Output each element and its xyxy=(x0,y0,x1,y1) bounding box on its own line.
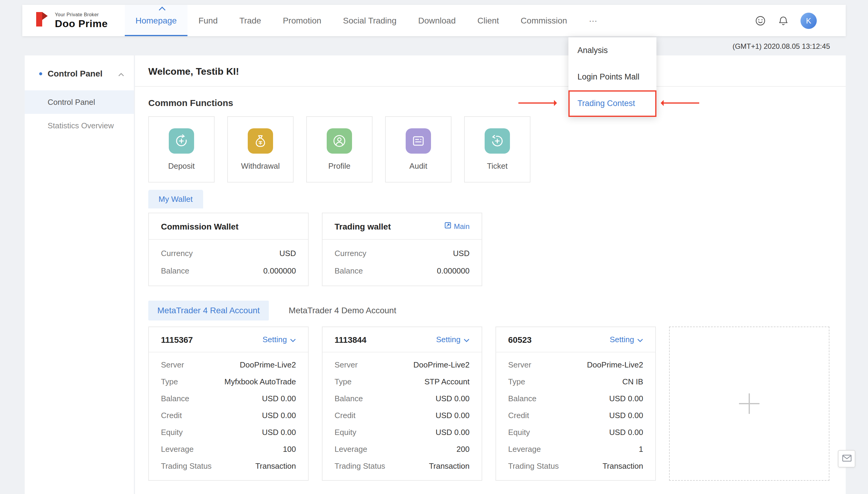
menu-item-trading-contest[interactable]: Trading Contest xyxy=(568,90,657,117)
chevron-up-icon xyxy=(118,68,124,79)
chevron-down-icon xyxy=(290,335,296,344)
mail-contact-button[interactable] xyxy=(838,450,855,468)
language-emoji-icon[interactable] xyxy=(755,15,766,26)
field-value: USD xyxy=(453,249,469,258)
account-field-row: CreditUSD 0.00 xyxy=(322,407,482,423)
function-card-audit[interactable]: Audit xyxy=(385,116,451,183)
nav-item-client[interactable]: Client xyxy=(466,5,510,36)
nav-item-trade[interactable]: Trade xyxy=(228,5,272,36)
nav-item-more-menu[interactable]: ··· xyxy=(578,5,608,36)
function-card-withdrawal[interactable]: Withdrawal xyxy=(227,116,294,183)
field-label: Server xyxy=(508,360,531,369)
account-field-row: ServerDooPrime-Live2 xyxy=(496,356,655,373)
audit-document-icon xyxy=(406,128,431,154)
tab-my-wallet[interactable]: My Wallet xyxy=(148,190,203,208)
field-value: USD 0.00 xyxy=(262,394,296,403)
account-field-row: Leverage1 xyxy=(496,440,655,457)
nav-item-fund[interactable]: Fund xyxy=(187,5,228,36)
sidebar-item-statistics-overview[interactable]: Statistics Overview xyxy=(25,114,134,137)
nav-item-promotion[interactable]: Promotion xyxy=(272,5,332,36)
setting-label: Setting xyxy=(610,335,634,344)
setting-label: Setting xyxy=(436,335,461,344)
account-number: 60523 xyxy=(508,335,532,344)
nav-item-homepage[interactable]: Homepage xyxy=(125,5,187,36)
menu-item-login-points-mall[interactable]: Login Points Mall xyxy=(568,64,657,90)
field-label: Type xyxy=(508,377,525,386)
sidebar-group-control-panel[interactable]: Control Panel xyxy=(25,55,134,90)
bullet-dot-icon xyxy=(39,72,42,75)
field-value: USD 0.00 xyxy=(436,394,469,403)
account-field-row: ServerDooPrime-Live2 xyxy=(322,356,482,373)
account-field-row: ServerDooPrime-Live2 xyxy=(149,356,308,373)
nav-item-download[interactable]: Download xyxy=(407,5,466,36)
account-card-1115367: 1115367 Setting ServerDooPrime-Live2 Typ… xyxy=(148,326,309,481)
field-label: Leverage xyxy=(161,444,193,453)
field-value: STP Account xyxy=(424,377,469,386)
account-number: 1115367 xyxy=(161,335,193,344)
function-label: Withdrawal xyxy=(241,162,280,170)
setting-dropdown[interactable]: Setting xyxy=(262,335,296,344)
main-panel: Welcome, Testib KI! Common Functions Dep… xyxy=(135,55,846,494)
field-value: Transaction xyxy=(603,461,643,470)
menu-item-analysis[interactable]: Analysis xyxy=(568,37,657,64)
account-card-60523: 60523 Setting ServerDooPrime-Live2 TypeC… xyxy=(496,326,656,481)
account-field-row: BalanceUSD 0.00 xyxy=(322,390,482,407)
setting-dropdown[interactable]: Setting xyxy=(436,335,469,344)
account-field-row: TypeCN IB xyxy=(496,373,655,390)
nav-item-social-trading[interactable]: Social Trading xyxy=(332,5,407,36)
wallet-title: Commission Wallet xyxy=(161,222,238,231)
profile-person-icon xyxy=(327,128,352,154)
wallet-field-row: Currency USD xyxy=(322,245,482,262)
withdrawal-moneybag-icon xyxy=(248,128,273,154)
field-value: USD 0.00 xyxy=(609,394,643,403)
field-value: USD 0.00 xyxy=(436,411,469,420)
field-value: Transaction xyxy=(429,461,469,470)
function-card-deposit[interactable]: Deposit xyxy=(148,116,215,183)
brand-logo[interactable]: Your Private Broker Doo Prime xyxy=(33,5,108,36)
notifications-bell-icon[interactable] xyxy=(778,15,789,26)
setting-dropdown[interactable]: Setting xyxy=(610,335,643,344)
field-value: CN IB xyxy=(622,377,643,386)
main-wallet-link[interactable]: Main xyxy=(444,222,469,231)
function-label: Ticket xyxy=(487,162,507,170)
common-functions-title: Common Functions xyxy=(148,98,832,108)
field-value: DooPrime-Live2 xyxy=(413,360,469,369)
function-card-profile[interactable]: Profile xyxy=(306,116,372,183)
field-label: Balance xyxy=(508,394,536,403)
external-card-icon xyxy=(444,222,451,231)
account-field-row: EquityUSD 0.00 xyxy=(496,423,655,440)
setting-label: Setting xyxy=(262,335,287,344)
main-nav: Homepage Fund Trade Promotion Social Tra… xyxy=(125,5,608,36)
field-value: USD 0.00 xyxy=(262,411,296,420)
field-label: Trading Status xyxy=(335,461,385,470)
field-label: Leverage xyxy=(508,444,541,453)
user-avatar[interactable]: K xyxy=(800,12,817,28)
add-account-card[interactable] xyxy=(669,326,829,481)
brand-tagline: Your Private Broker xyxy=(55,12,108,17)
account-number: 1113844 xyxy=(335,335,367,344)
account-field-row: Trading StatusTransaction xyxy=(496,457,655,474)
field-value: USD 0.00 xyxy=(262,428,296,436)
brand-flag-icon xyxy=(33,11,50,30)
field-value: USD 0.00 xyxy=(436,428,469,436)
trading-wallet-card: Trading wallet Main Currency xyxy=(322,213,482,286)
account-field-row: CreditUSD 0.00 xyxy=(496,407,655,423)
more-menu-dropdown: Analysis Login Points Mall Trading Conte… xyxy=(568,37,657,117)
annotation-arrow-pointing-left-icon xyxy=(663,102,699,103)
sidebar-item-control-panel[interactable]: Control Panel xyxy=(25,90,134,114)
field-label: Type xyxy=(161,377,178,386)
field-label: Balance xyxy=(161,266,189,275)
tab-mt4-demo-account[interactable]: MetaTrader 4 Demo Account xyxy=(280,301,405,321)
field-value: Myfxbook AutoTrade xyxy=(224,377,296,386)
wallet-cards-row: Commission Wallet Currency USD Balance 0… xyxy=(148,213,832,286)
tab-mt4-real-account[interactable]: MetaTrader 4 Real Account xyxy=(148,301,269,321)
field-value: Transaction xyxy=(255,461,296,470)
field-value: USD xyxy=(279,249,296,258)
field-value: DooPrime-Live2 xyxy=(240,360,296,369)
account-field-row: CreditUSD 0.00 xyxy=(149,407,308,423)
function-card-ticket[interactable]: Ticket xyxy=(464,116,531,183)
field-label: Equity xyxy=(508,428,530,436)
nav-item-commission[interactable]: Commission xyxy=(510,5,578,36)
account-card-1113844: 1113844 Setting ServerDooPrime-Live2 Typ… xyxy=(322,326,482,481)
main-link-label: Main xyxy=(454,222,469,230)
